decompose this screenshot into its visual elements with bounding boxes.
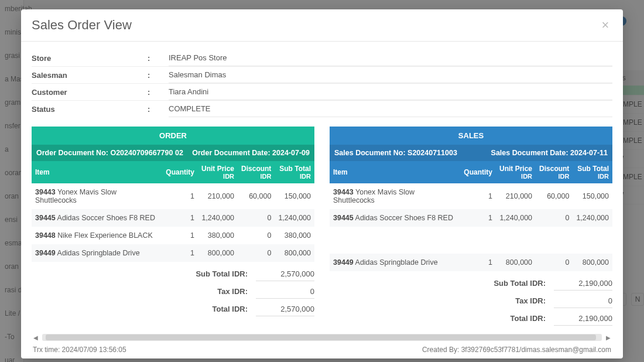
item-sku: 39448 [35,231,56,240]
cell-qty: 1 [162,183,198,209]
scroll-left-icon[interactable]: ◀ [32,333,40,341]
item-sku: 39445 [333,214,354,222]
info-colon: : [148,54,169,63]
sales-subtotal-label: Sub Total IDR: [454,279,546,288]
app-frame: mberitahministrasgrasia Mastergram Lonsf… [0,0,644,362]
item-name: Adidas Springblade Drive [56,249,140,257]
cell-item: 39443 Yonex Mavis Slow Shuttlecocks [32,183,162,209]
scroll-track[interactable] [42,334,602,341]
cell-qty [460,227,496,254]
order-total-label: Total IDR: [156,305,248,313]
sales-doc-bar: Sales Document No: S20240711003 Sales Do… [330,145,612,161]
info-label: Status [32,101,148,117]
cell-discount: 0 [238,209,275,227]
sales-items-table: Item Quantity Unit PriceIDR DiscountIDR … [330,161,612,271]
cell-subtotal: 800,000 [275,244,314,262]
sales-panel-title: SALES [330,127,612,145]
cell-discount [536,227,573,254]
order-total-value: 2,570,000 [256,305,314,316]
table-row [330,227,612,254]
item-name: Adidas Springblade Drive [354,258,438,267]
table-row: 39448 Nike Flex Experience BLACK1380,000… [32,227,314,244]
item-sku: 39443 [35,188,56,196]
order-table-head: Item Quantity Unit PriceIDR DiscountIDR … [32,161,314,183]
cell-price: 380,000 [198,227,238,244]
modal-footer: Trx time: 2024/07/09 13:56:05 Created By… [32,342,612,354]
col-discount: DiscountIDR [238,161,275,183]
panels: ORDER Order Document No: O20240709667790… [32,127,612,327]
cell-qty: 1 [162,244,198,262]
order-doc-bar: Order Document No: O20240709667790 02 Or… [32,145,314,161]
col-discount: DiscountIDR [536,161,573,183]
item-name: Nike Flex Experience BLACK [56,231,153,240]
created-by: Created By: 3f392769c53f7781/dimas.sales… [422,346,611,354]
cell-qty: 1 [460,254,496,271]
cell-discount: 0 [238,227,275,244]
order-info: Store : IREAP Pos Store Salesman : Sales… [32,50,612,117]
scroll-thumb[interactable] [46,334,596,340]
col-quantity: Quantity [460,161,496,183]
info-label: Customer [32,84,148,100]
sales-doc-no: Sales Document No: S20240711003 [334,149,457,157]
horizontal-scrollbar[interactable]: ◀ ▶ [32,333,612,342]
sales-doc-date: Sales Document Date: 2024-07-11 [491,149,608,157]
sales-totals: Sub Total IDR:2,190,000 Tax IDR:0 Total … [454,276,612,329]
cell-price: 210,000 [198,183,238,209]
close-button[interactable]: × [598,19,612,32]
item-name: Adidas Soccer Shoes F8 RED [56,214,155,222]
modal-title: Sales Order View [32,18,598,33]
order-totals: Sub Total IDR:2,570,000 Tax IDR:0 Total … [156,267,314,319]
cell-item: 39449 Adidas Springblade Drive [330,254,460,271]
order-panel-title: ORDER [32,127,314,145]
col-item: Item [330,161,460,183]
cell-discount: 0 [536,254,573,271]
cell-price: 800,000 [496,254,536,271]
info-row-store: Store : IREAP Pos Store [32,50,612,67]
order-items-table: Item Quantity Unit PriceIDR DiscountIDR … [32,161,314,262]
modal-header: Sales Order View × [21,9,623,42]
order-doc-no: Order Document No: O20240709667790 02 [36,149,183,157]
cell-item: 39445 Adidas Soccer Shoes F8 RED [32,209,162,227]
sales-order-view-modal: Sales Order View × Store : IREAP Pos Sto… [21,9,623,358]
info-row-salesman: Salesman : Salesman Dimas [32,67,612,84]
col-unit-price: Unit PriceIDR [198,161,238,183]
cell-subtotal: 150,000 [275,183,314,209]
cell-subtotal [573,227,612,254]
cell-subtotal: 150,000 [573,183,612,209]
cell-subtotal: 1,240,000 [275,209,314,227]
info-row-status: Status : COMPLETE [32,101,612,117]
info-label: Salesman [32,67,148,83]
cell-item: 39443 Yonex Mavis Slow Shuttlecocks [330,183,460,209]
table-row: 39445 Adidas Soccer Shoes F8 RED11,240,0… [330,209,612,227]
table-row: 39443 Yonex Mavis Slow Shuttlecocks1210,… [330,183,612,209]
order-tax-label: Tax IDR: [156,287,248,296]
cell-price: 1,240,000 [496,209,536,227]
cell-qty: 1 [162,209,198,227]
order-panel: ORDER Order Document No: O20240709667790… [32,127,314,327]
cell-price: 210,000 [496,183,536,209]
info-label: Store [32,50,148,66]
item-name: Adidas Soccer Shoes F8 RED [354,214,453,222]
col-unit-price: Unit PriceIDR [496,161,536,183]
cell-qty: 1 [162,227,198,244]
order-subtotal-label: Sub Total IDR: [156,269,248,278]
sales-tax-label: Tax IDR: [454,296,546,305]
info-colon: : [148,88,169,97]
item-sku: 39443 [333,188,354,196]
info-value: IREAP Pos Store [169,50,612,66]
cell-discount: 0 [238,244,275,262]
scroll-right-icon[interactable]: ▶ [604,333,612,341]
col-sub-total: Sub TotalIDR [275,161,314,183]
info-colon: : [148,105,169,114]
cell-price: 800,000 [198,244,238,262]
modal-body: Store : IREAP Pos Store Salesman : Sales… [21,42,623,358]
sales-table-head: Item Quantity Unit PriceIDR DiscountIDR … [330,161,612,183]
order-subtotal-value: 2,570,000 [256,269,314,281]
cell-discount: 60,000 [536,183,573,209]
cell-price [496,227,536,254]
sales-total-value: 2,190,000 [554,314,612,326]
sales-tax-value: 0 [554,296,612,308]
table-row: 39449 Adidas Springblade Drive1800,00008… [330,254,612,271]
sales-table-body: 39443 Yonex Mavis Slow Shuttlecocks1210,… [330,183,612,271]
col-sub-total: Sub TotalIDR [573,161,612,183]
